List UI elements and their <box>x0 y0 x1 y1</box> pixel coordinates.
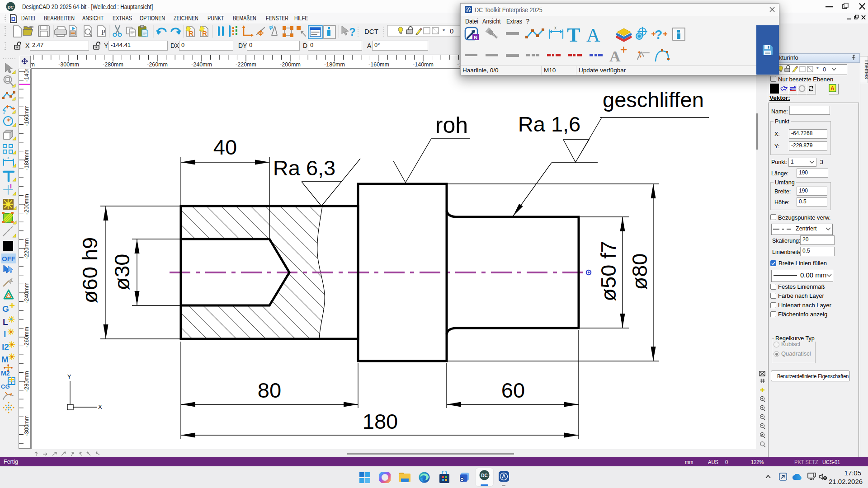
svg-text:A: A <box>586 26 600 46</box>
svg-text:M2: M2 <box>1 370 10 377</box>
svg-text:?: ? <box>655 28 662 42</box>
svg-text:geschliffen: geschliffen <box>603 88 704 112</box>
svg-text:I: I <box>4 329 6 339</box>
svg-text:N: N <box>474 35 477 40</box>
svg-text:-280mm: -280mm <box>24 371 30 392</box>
svg-text:40: 40 <box>213 135 237 159</box>
svg-text:-320mm: -320mm <box>31 61 35 68</box>
svg-text:DC: DC <box>481 473 487 478</box>
svg-text:-280mm: -280mm <box>103 61 123 68</box>
svg-text:x: x <box>554 26 557 30</box>
svg-text:60: 60 <box>501 378 525 402</box>
svg-text:-180mm: -180mm <box>324 61 345 68</box>
svg-text:-220mm: -220mm <box>236 61 256 68</box>
svg-text:0: 0 <box>823 66 826 73</box>
svg-text:ø50 f7: ø50 f7 <box>596 241 620 301</box>
svg-text:*: * <box>816 66 819 72</box>
svg-text:-140mm: -140mm <box>413 61 434 68</box>
svg-text:L: L <box>3 317 8 327</box>
svg-text:180: 180 <box>363 409 398 433</box>
svg-text:ø30: ø30 <box>110 254 134 291</box>
svg-text:-260mm: -260mm <box>147 61 168 68</box>
svg-text:X: X <box>98 404 102 410</box>
svg-text:A: A <box>609 48 621 65</box>
svg-text:-180mm: -180mm <box>24 150 30 170</box>
svg-text:T: T <box>567 26 580 46</box>
svg-text:-220mm: -220mm <box>24 238 30 259</box>
svg-text:roh: roh <box>435 113 468 138</box>
svg-text:DC: DC <box>8 5 14 9</box>
svg-text:-160mm: -160mm <box>24 105 30 126</box>
svg-text:0: 0 <box>450 27 453 35</box>
svg-text:M: M <box>1 355 9 364</box>
svg-text:Ra 1,6: Ra 1,6 <box>518 112 580 136</box>
svg-text:Y: Y <box>67 373 71 380</box>
svg-text:-200mm: -200mm <box>280 61 301 68</box>
svg-text:-300mm: -300mm <box>58 61 79 68</box>
svg-text:-240mm: -240mm <box>24 282 30 303</box>
svg-text:Ra 6,3: Ra 6,3 <box>273 156 335 180</box>
svg-text:?: ? <box>349 26 356 38</box>
svg-text:-160mm: -160mm <box>368 61 389 68</box>
svg-text:80: 80 <box>258 378 281 402</box>
svg-text:I2: I2 <box>2 342 9 352</box>
svg-text:G: G <box>2 304 9 314</box>
svg-text:OFF: OFF <box>2 255 15 263</box>
svg-text:-240mm: -240mm <box>191 61 212 68</box>
svg-text:CG: CG <box>1 383 10 390</box>
svg-text:ø80: ø80 <box>627 253 651 290</box>
svg-text:*: * <box>443 28 445 34</box>
svg-text:-300mm: -300mm <box>24 415 30 436</box>
svg-text:x: x <box>7 155 9 160</box>
svg-text:-260mm: -260mm <box>24 327 30 347</box>
svg-text:DCT: DCT <box>364 28 378 35</box>
svg-text:?: ? <box>2 108 6 115</box>
svg-text:-140mm: -140mm <box>24 69 30 82</box>
svg-text:-200mm: -200mm <box>24 194 30 215</box>
svg-text:A: A <box>830 85 835 92</box>
svg-text:P: P <box>101 28 105 36</box>
svg-text:ø60 h9: ø60 h9 <box>78 237 102 303</box>
